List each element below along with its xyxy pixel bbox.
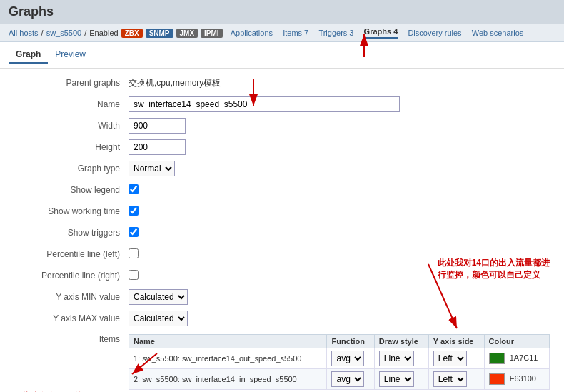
percentile-left-label: Percentile line (left) (14, 249, 129, 259)
item-name-cell: 1: sw_s5500: sw_interface14_out_speed_s5… (129, 348, 327, 369)
item-color-swatch[interactable] (489, 353, 505, 364)
show-working-time-checkbox[interactable] (129, 206, 139, 216)
tab-discovery[interactable]: Discovery rules (408, 29, 461, 37)
badge-zbx: ZBX (121, 29, 143, 38)
height-row: Height (14, 139, 550, 156)
badge-ipmi: IPMI (201, 29, 223, 38)
width-label: Width (14, 121, 129, 131)
y-axis-max-label: Y axis MAX value (14, 313, 129, 323)
y-axis-min-select[interactable]: Calculated (129, 289, 188, 305)
y-axis-max-control: Calculated (129, 311, 550, 326)
col-colour: Colour (484, 335, 549, 348)
name-row: Name (14, 96, 550, 113)
height-label: Height (14, 142, 129, 152)
y-axis-min-control: Calculated (129, 289, 550, 305)
item-name: sw_s5500: sw_interface14_in_speed_s5500 (142, 375, 297, 383)
sub-tab-nav: Graph Preview (0, 42, 564, 69)
col-y-axis: Y axis side (428, 335, 484, 348)
col-function: Function (327, 335, 374, 348)
show-legend-row: Show legend (14, 181, 550, 198)
show-triggers-row: Show triggers (14, 224, 550, 241)
item-colour-cell: 1A7C11 (484, 348, 549, 369)
table-row: 2: sw_s5500: sw_interface14_in_speed_s55… (129, 369, 550, 390)
parent-graphs-value: 交换机,cpu,memory模板 (129, 77, 550, 89)
items-row: Items Name Function Draw style Y axis si… (14, 331, 550, 390)
y-axis-min-label: Y axis MIN value (14, 292, 129, 302)
page-title: Graphs (9, 4, 555, 19)
breadcrumb-allhosts[interactable]: All hosts (9, 29, 39, 37)
sub-tab-preview[interactable]: Preview (48, 46, 93, 64)
item-color-label: 1A7C11 (510, 353, 538, 362)
show-working-time-row: Show working time (14, 203, 550, 220)
breadcrumb-status: Enabled (89, 29, 118, 37)
table-row: 1: sw_s5500: sw_interface14_out_speed_s5… (129, 348, 550, 369)
breadcrumb-sep1: / (41, 29, 44, 37)
show-triggers-checkbox[interactable] (129, 227, 139, 237)
item-num: 2: (134, 375, 140, 383)
graph-type-select[interactable]: Normal (129, 161, 175, 176)
height-control (129, 139, 550, 155)
item-num: 1: (134, 354, 140, 363)
item-y-axis-cell: Left (428, 369, 484, 390)
col-draw-style: Draw style (374, 335, 428, 348)
badge-jmx: JMX (176, 29, 198, 38)
graph-type-control: Normal (129, 161, 550, 176)
show-working-time-label: Show working time (14, 206, 129, 216)
show-legend-checkbox[interactable] (129, 184, 139, 194)
item-function-select[interactable]: avg (331, 371, 364, 387)
name-label: Name (14, 99, 129, 109)
tab-graphs[interactable]: Graphs 4 (364, 27, 398, 39)
y-axis-min-row: Y axis MIN value Calculated (14, 288, 550, 306)
item-y-axis-cell: Left (428, 348, 484, 369)
item-draw-style-select[interactable]: Line (379, 371, 414, 387)
item-name-cell: 2: sw_s5500: sw_interface14_in_speed_s55… (129, 369, 327, 390)
item-color-label: F63100 (510, 374, 536, 383)
tab-applications[interactable]: Applications (231, 29, 273, 37)
breadcrumb-host[interactable]: sw_s5500 (46, 29, 82, 37)
tab-web[interactable]: Web scenarios (472, 29, 524, 37)
graph-type-label: Graph type (14, 164, 129, 174)
items-header-row: Name Function Draw style Y axis side Col… (129, 335, 550, 348)
show-working-time-control (129, 206, 550, 218)
show-legend-label: Show legend (14, 185, 129, 195)
parent-graphs-text: 交换机,cpu,memory模板 (129, 78, 221, 88)
y-axis-max-row: Y axis MAX value Calculated (14, 310, 550, 327)
item-function-select[interactable]: avg (331, 351, 364, 366)
items-content: Name Function Draw style Y axis side Col… (129, 331, 550, 390)
item-colour-cell: F63100 (484, 369, 549, 390)
breadcrumb-sep2: / (84, 29, 86, 37)
item-color-swatch[interactable] (489, 373, 505, 385)
page-header: Graphs (0, 0, 564, 24)
items-label: Items (14, 331, 129, 344)
percentile-right-checkbox[interactable] (129, 270, 139, 280)
item-draw-style-cell: Line (374, 348, 428, 369)
item-y-axis-select[interactable]: Left (433, 371, 467, 387)
show-legend-control (129, 184, 550, 196)
show-triggers-label: Show triggers (14, 228, 129, 238)
form-body: Parent graphs 交换机,cpu,memory模板 Name Widt… (0, 69, 564, 392)
parent-graphs-label: Parent graphs (14, 78, 129, 88)
parent-graphs-row: Parent graphs 交换机,cpu,memory模板 (14, 74, 550, 91)
annotation-color: 此处我对14口的出入流量都进行监控，颜色可以自己定义 (438, 257, 550, 281)
height-input[interactable] (129, 139, 186, 155)
item-function-cell: avg (327, 369, 374, 390)
tab-items[interactable]: Items 7 (283, 29, 308, 37)
item-draw-style-select[interactable]: Line (379, 351, 414, 366)
show-triggers-control (129, 227, 550, 239)
width-input[interactable] (129, 118, 186, 134)
graph-type-row: Graph type Normal (14, 160, 550, 177)
col-name: Name (129, 335, 327, 348)
name-input[interactable] (129, 96, 400, 112)
item-name: sw_s5500: sw_interface14_out_speed_s5500 (142, 354, 301, 363)
sub-tab-graph[interactable]: Graph (9, 46, 48, 64)
items-table: Name Function Draw style Y axis side Col… (129, 334, 550, 390)
y-axis-max-select[interactable]: Calculated (129, 311, 188, 326)
width-control (129, 118, 550, 134)
item-draw-style-cell: Line (374, 369, 428, 390)
width-row: Width (14, 117, 550, 134)
percentile-right-label: Percentile line (right) (14, 271, 129, 281)
item-y-axis-select[interactable]: Left (433, 351, 467, 366)
name-control (129, 96, 550, 112)
percentile-left-checkbox[interactable] (129, 248, 139, 258)
tab-triggers[interactable]: Triggers 3 (318, 29, 353, 37)
